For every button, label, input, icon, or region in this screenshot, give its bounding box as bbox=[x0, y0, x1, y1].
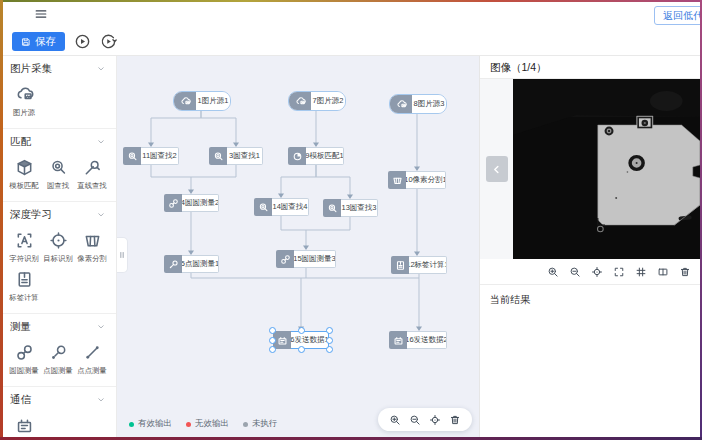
sidebar-item-cloud-image[interactable]: 图片源 bbox=[7, 85, 41, 118]
compare-button[interactable] bbox=[656, 265, 670, 279]
sidebar-item-line-find[interactable]: 直线查找 bbox=[75, 158, 109, 191]
save-button[interactable]: 保存 bbox=[12, 32, 65, 51]
sidebar-section-items: 图片源 bbox=[0, 81, 116, 122]
back-to-lowcode-button[interactable]: 返回低代 bbox=[654, 6, 702, 25]
compare-icon bbox=[657, 266, 669, 278]
shape-match-icon bbox=[292, 151, 303, 162]
prev-image-button[interactable] bbox=[486, 156, 508, 182]
sidebar-item-ocr[interactable]: 字符识别 bbox=[7, 231, 41, 264]
sidebar-section-header[interactable]: 测量 bbox=[0, 314, 116, 339]
grid-button[interactable] bbox=[634, 265, 648, 279]
zoom-out-button[interactable] bbox=[408, 413, 422, 427]
cloud-image-icon bbox=[15, 85, 34, 104]
node-icon bbox=[323, 199, 341, 217]
flow-node-n7[interactable]: 7图片源2 bbox=[288, 91, 346, 111]
sidebar-item-point-circle[interactable]: 点圆测量 bbox=[41, 343, 75, 376]
sidebar-item-label: 标签计算 bbox=[9, 292, 38, 302]
node-icon bbox=[276, 250, 294, 268]
sidebar-item-cube[interactable]: 模板匹配 bbox=[7, 158, 41, 191]
flow-canvas[interactable]: 1图片源17图片源28图片源311圆查找23圆查找19模板匹配110像素分割14… bbox=[117, 56, 479, 440]
legend-item: 无效输出 bbox=[186, 418, 229, 430]
chevron-down-icon bbox=[96, 210, 106, 220]
point-circle-icon bbox=[168, 259, 179, 270]
play-loop-icon bbox=[100, 33, 117, 50]
sidebar-section-title: 图片采集 bbox=[10, 62, 52, 76]
node-label: 9模板匹配1 bbox=[306, 147, 344, 165]
grid-icon bbox=[635, 266, 647, 278]
node-resize-handle[interactable] bbox=[269, 327, 276, 334]
sidebar-section-items: 模板匹配圆查找直线查找 bbox=[0, 154, 116, 195]
sidebar-section-1: 匹配模板匹配圆查找直线查找 bbox=[0, 129, 116, 202]
sidebar-section-header[interactable]: 深度学习 bbox=[0, 202, 116, 227]
sidebar-item-circle-find[interactable]: 圆查找 bbox=[41, 158, 75, 191]
trash-button[interactable] bbox=[678, 265, 692, 279]
zoom-out-button[interactable] bbox=[568, 265, 582, 279]
sidebar-section-header[interactable]: 通信 bbox=[0, 387, 116, 412]
sidebar-item-target[interactable]: 目标识别 bbox=[41, 231, 75, 264]
sidebar-section-header[interactable]: 图片采集 bbox=[0, 56, 116, 81]
sidebar-item-label: 点点测量 bbox=[77, 365, 106, 375]
node-icon bbox=[254, 198, 272, 216]
node-resize-handle[interactable] bbox=[326, 346, 333, 353]
legend-item: 未执行 bbox=[243, 418, 278, 430]
node-resize-handle[interactable] bbox=[326, 337, 333, 344]
node-icon bbox=[174, 92, 196, 110]
chevron-down-icon bbox=[96, 322, 106, 332]
menu-toggle[interactable] bbox=[34, 7, 48, 21]
flow-node-n8[interactable]: 8图片源3 bbox=[389, 94, 447, 114]
sidebar-section-title: 通信 bbox=[10, 393, 31, 407]
node-label: 6发送数据1 bbox=[291, 331, 329, 349]
flow-node-n12[interactable]: 12标签计算1 bbox=[391, 256, 447, 274]
sidebar-section-0: 图片采集图片源 bbox=[0, 56, 116, 129]
flow-node-n9[interactable]: 9模板匹配1 bbox=[288, 147, 344, 165]
sidebar-item-label-calc[interactable]: 标签计算 bbox=[7, 270, 41, 303]
run-button[interactable] bbox=[74, 33, 91, 50]
sidebar-item-segment[interactable]: 像素分割 bbox=[75, 231, 109, 264]
node-resize-handle[interactable] bbox=[269, 346, 276, 353]
sidebar-section-title: 匹配 bbox=[10, 135, 31, 149]
main-area: 图片采集图片源匹配模板匹配圆查找直线查找深度学习字符识别目标识别像素分割标签计算… bbox=[0, 56, 702, 440]
sidebar-section-title: 测量 bbox=[10, 320, 31, 334]
flow-node-n11[interactable]: 11圆查找2 bbox=[123, 147, 179, 165]
sidebar-section-title: 深度学习 bbox=[10, 208, 52, 222]
node-resize-handle[interactable] bbox=[298, 327, 305, 334]
flow-node-n3[interactable]: 3圆查找1 bbox=[209, 147, 263, 165]
trash-button[interactable] bbox=[448, 413, 462, 427]
flow-node-n1[interactable]: 1图片源1 bbox=[173, 91, 231, 111]
top-bar: 返回低代 bbox=[0, 0, 702, 28]
zoom-in-button[interactable] bbox=[388, 413, 402, 427]
locate-button[interactable] bbox=[428, 413, 442, 427]
sidebar-section-header[interactable]: 匹配 bbox=[0, 129, 116, 154]
flow-node-n5[interactable]: 5点圆测量1 bbox=[164, 255, 219, 273]
fullscreen-button[interactable] bbox=[612, 265, 626, 279]
node-icon bbox=[388, 171, 406, 189]
flow-node-n16[interactable]: 16发送数据2 bbox=[389, 331, 447, 349]
sidebar-item-point-point[interactable]: 点点测量 bbox=[75, 343, 109, 376]
cloud-image-icon bbox=[295, 96, 306, 107]
flow-node-n14[interactable]: 14圆查找4 bbox=[254, 198, 309, 216]
node-resize-handle[interactable] bbox=[326, 327, 333, 334]
sidebar-item-circle-circle[interactable]: 圆圆测量 bbox=[7, 343, 41, 376]
node-label: 11圆查找2 bbox=[141, 147, 179, 165]
circle-find-icon bbox=[258, 202, 269, 213]
flow-node-n10[interactable]: 10像素分割1 bbox=[388, 171, 446, 189]
locate-button[interactable] bbox=[590, 265, 604, 279]
locate-icon bbox=[591, 266, 603, 278]
sidebar-item-send-data[interactable]: 发送数据 bbox=[7, 416, 41, 440]
circle-circle-icon bbox=[168, 198, 179, 209]
run-once-button[interactable] bbox=[100, 33, 117, 50]
zoom-in-button[interactable] bbox=[546, 265, 560, 279]
flow-node-n6[interactable]: 6发送数据1 bbox=[273, 331, 329, 349]
flow-node-n15[interactable]: 15圆圆测量3 bbox=[276, 250, 336, 268]
node-resize-handle[interactable] bbox=[298, 346, 305, 353]
locate-icon bbox=[429, 414, 441, 426]
image-panel-title: 图像（1/4） bbox=[480, 56, 702, 79]
save-icon bbox=[21, 37, 31, 47]
flow-node-n13[interactable]: 13圆查找3 bbox=[323, 199, 378, 217]
flow-node-n4[interactable]: 4圆圆测量2 bbox=[164, 194, 219, 212]
node-icon bbox=[391, 256, 409, 274]
node-resize-handle[interactable] bbox=[269, 337, 276, 344]
legend-dot bbox=[129, 422, 134, 427]
sidebar-collapse-handle[interactable] bbox=[117, 237, 128, 273]
sidebar-item-label: 点圆测量 bbox=[43, 365, 72, 375]
